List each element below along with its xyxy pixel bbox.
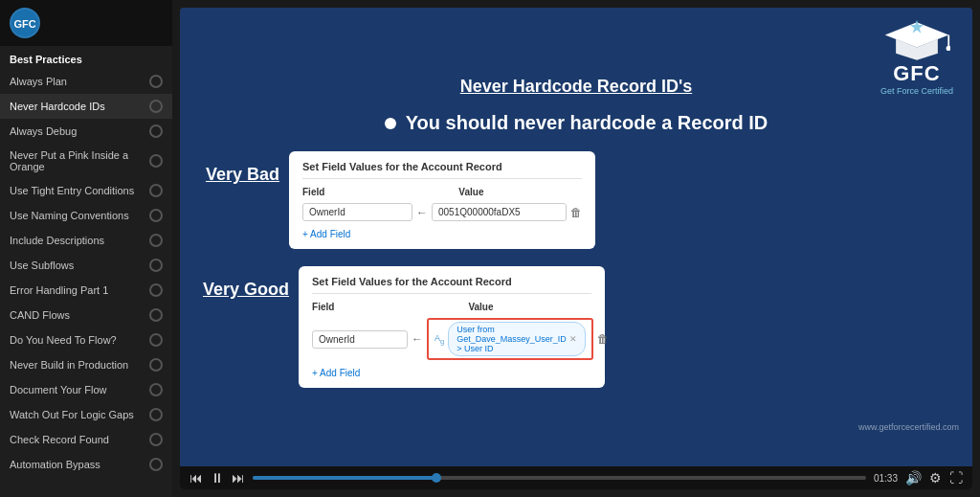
bad-add-field-btn[interactable]: + Add Field	[302, 229, 582, 239]
gfc-logo-large: GFC Get Force Certified	[880, 17, 953, 96]
volume-button[interactable]: 🔊	[905, 470, 922, 486]
sidebar-item-6[interactable]: Include Descriptions	[0, 228, 172, 253]
pill-text: User from Get_Dave_Massey_User_ID > User…	[457, 325, 567, 353]
sidebar-item-1[interactable]: Never Hardcode IDs	[0, 94, 172, 119]
good-add-field-btn[interactable]: + Add Field	[312, 368, 591, 378]
sidebar: GFC Best Practices Always PlanNever Hard…	[0, 0, 172, 497]
bad-field-header: Field	[302, 187, 324, 197]
sidebar-item-2[interactable]: Always Debug	[0, 119, 172, 144]
sidebar-item-12[interactable]: Document Your Flow	[0, 377, 172, 402]
good-field-name-input[interactable]	[312, 330, 408, 349]
bad-value-input[interactable]	[432, 203, 567, 221]
bullet-text: You should never hardcode a Record ID	[406, 112, 768, 134]
sidebar-item-0[interactable]: Always Plan	[0, 69, 172, 94]
sidebar-item-13[interactable]: Watch Out For Logic Gaps	[0, 402, 172, 427]
bad-example-section: Very Bad Set Field Values for the Accoun…	[203, 151, 949, 249]
sidebar-header: GFC	[0, 0, 172, 46]
gfc-tagline: Get Force Certified	[880, 86, 953, 96]
bullet-dot	[385, 118, 396, 129]
sidebar-item-14[interactable]: Check Record Found	[0, 427, 172, 452]
sidebar-item-11[interactable]: Never Build in Production	[0, 352, 172, 377]
play-pause-button[interactable]: ⏸	[211, 470, 224, 486]
bad-card-title: Set Field Values for the Account Record	[302, 161, 582, 179]
sidebar-item-7[interactable]: Use Subflows	[0, 253, 172, 278]
progress-fill	[253, 476, 436, 480]
sidebar-item-15[interactable]: Automation Bypass	[0, 452, 172, 477]
gfc-brand-name: GFC	[893, 61, 940, 86]
sidebar-item-9[interactable]: CAND Flows	[0, 303, 172, 328]
video-bullet: You should never hardcode a Record ID	[385, 112, 768, 134]
sidebar-items-container: Always PlanNever Hardcode IDsAlways Debu…	[0, 69, 172, 477]
good-trash-icon: 🗑	[597, 332, 609, 346]
bad-arrow-icon: ←	[416, 206, 428, 219]
bad-trash-icon: 🗑	[570, 206, 582, 219]
bad-label: Very Bad	[203, 151, 279, 185]
svg-point-5	[947, 46, 950, 51]
video-title: Never Hardcode Record ID's	[460, 77, 692, 97]
gfc-logo-small: GFC	[10, 8, 40, 38]
sidebar-item-4[interactable]: Use Tight Entry Conditions	[0, 178, 172, 203]
good-value-pill: User from Get_Dave_Massey_User_ID > User…	[448, 322, 586, 356]
good-example-section: Very Good Set Field Values for the Accou…	[203, 266, 949, 388]
next-button[interactable]: ⏭	[232, 470, 245, 486]
video-container: GFC Get Force Certified Never Hardcode R…	[180, 8, 972, 489]
pill-close-icon[interactable]: ✕	[569, 334, 577, 344]
good-label: Very Good	[203, 266, 289, 300]
bad-sf-card: Set Field Values for the Account Record …	[289, 151, 595, 249]
good-card-title: Set Field Values for the Account Record	[312, 276, 591, 294]
sidebar-item-8[interactable]: Error Handling Part 1	[0, 278, 172, 303]
sidebar-section-title: Best Practices	[0, 46, 172, 69]
video-content: GFC Get Force Certified Never Hardcode R…	[180, 8, 972, 466]
sidebar-item-5[interactable]: Use Naming Conventions	[0, 203, 172, 228]
progress-thumb[interactable]	[432, 473, 441, 483]
settings-button[interactable]: ⚙	[929, 470, 942, 486]
good-value-highlighted[interactable]: Ag User from Get_Dave_Massey_User_ID > U…	[427, 318, 593, 360]
prev-button[interactable]: ⏮	[189, 470, 203, 486]
sidebar-item-10[interactable]: Do You Need To Flow?	[0, 328, 172, 352]
video-controls[interactable]: ⏮ ⏸ ⏭ 01:33 🔊 ⚙ ⛶	[180, 466, 972, 489]
good-arrow-icon: ←	[412, 332, 423, 346]
watermark: www.getforcecertified.com	[858, 422, 959, 432]
good-field-header: Field	[312, 302, 334, 312]
svg-text:GFC: GFC	[13, 18, 35, 30]
bad-value-header: Value	[458, 187, 483, 197]
good-sf-card: Set Field Values for the Account Record …	[299, 266, 605, 388]
good-field-row: ← Ag User from Get_Dave_Massey_User_ID >…	[312, 318, 591, 360]
main-content: GFC Get Force Certified Never Hardcode R…	[172, 0, 980, 497]
video-time: 01:33	[874, 473, 898, 484]
sidebar-item-3[interactable]: Never Put a Pink Inside a Orange	[0, 144, 172, 178]
examples-column: Very Bad Set Field Values for the Accoun…	[203, 151, 949, 388]
graduation-hat-icon	[883, 17, 950, 65]
bad-field-name-input[interactable]	[302, 203, 412, 221]
fullscreen-button[interactable]: ⛶	[949, 470, 963, 486]
bad-field-row: ← 🗑	[302, 203, 582, 221]
pill-ag-icon: Ag	[434, 333, 444, 346]
good-value-header: Value	[468, 302, 493, 312]
progress-bar[interactable]	[253, 476, 866, 480]
